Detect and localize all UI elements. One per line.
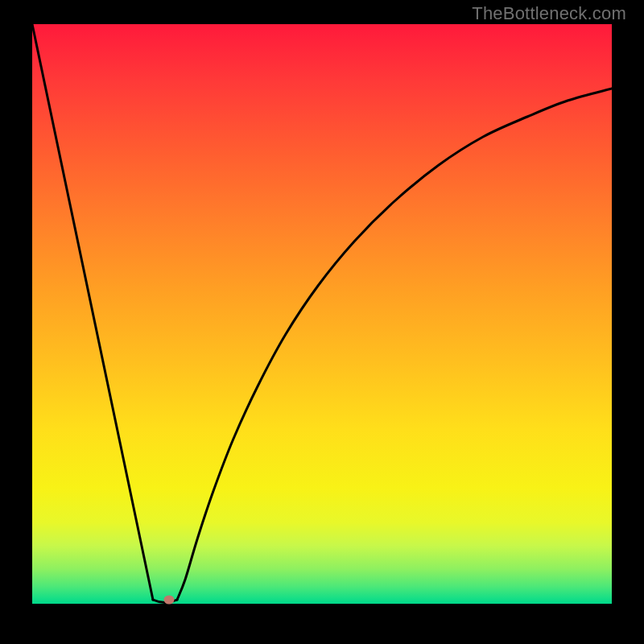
right-curve-path <box>177 89 612 600</box>
curve-svg <box>32 24 612 604</box>
min-marker-icon <box>164 596 175 605</box>
watermark-text: TheBottleneck.com <box>472 3 626 24</box>
plot-area <box>32 24 612 604</box>
left-slope-path <box>32 24 153 600</box>
chart-frame: TheBottleneck.com <box>0 0 644 644</box>
